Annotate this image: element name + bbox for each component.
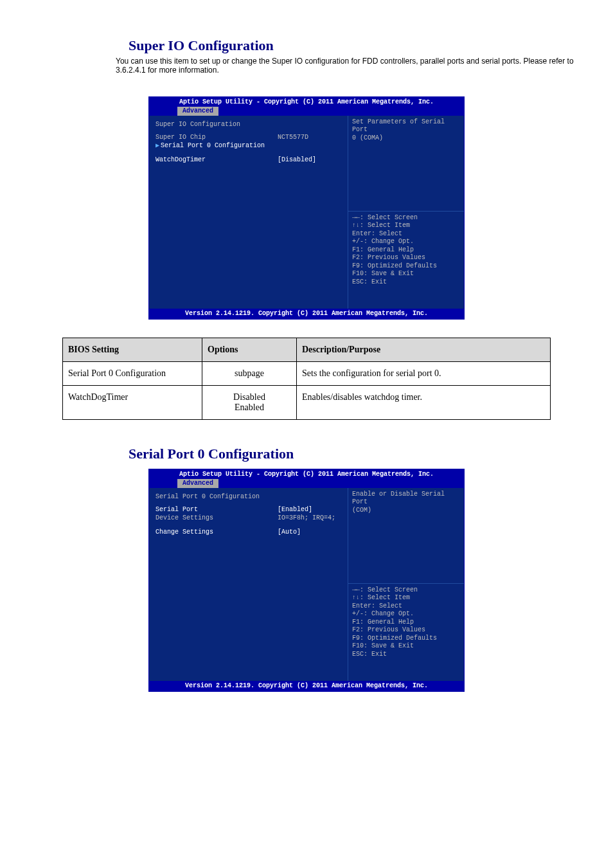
hint-line: +/-: Change Opt. (352, 610, 460, 619)
bios-title-2: Aptio Setup Utility - Copyright (C) 2011… (149, 469, 464, 479)
cell-setting: WatchDogTimer (63, 386, 202, 420)
hint-line: F2: Previous Values (352, 254, 460, 262)
bios-tabrow-2: Advanced (149, 479, 464, 488)
bios-left-pane-2: Serial Port 0 Configuration Serial Port … (149, 488, 348, 681)
bios-options-table: BIOS Setting Options Description/Purpose… (62, 338, 551, 420)
cell-options: subpage (202, 362, 297, 386)
bios-desc-line1: Set Parameters of Serial Port (352, 118, 460, 134)
bios-screenshot-1: Aptio Setup Utility - Copyright (C) 2011… (148, 96, 465, 320)
hint-line: Enter: Select (352, 230, 460, 239)
bios-desc-2: Enable or Disable Serial Port (COM) (348, 488, 464, 583)
bios-hints-2: →←: Select Screen ↑↓: Select Item Enter:… (348, 583, 464, 678)
hint-line: F1: General Help (352, 246, 460, 255)
section-heading-1: Super IO Configuration (129, 37, 574, 54)
hint-line: Enter: Select (352, 602, 460, 611)
th-desc: Description/Purpose (297, 338, 551, 362)
device-settings-label: Device Settings (155, 514, 278, 523)
serial-port-0-config-item[interactable]: Serial Port 0 Configuration (161, 142, 278, 150)
watchdog-timer-value[interactable]: [Disabled] (278, 156, 344, 165)
serial-port-item[interactable]: Serial Port (155, 506, 278, 514)
section-heading-2: Serial Port 0 Configuration (129, 446, 574, 462)
serial-port-value[interactable]: [Enabled] (278, 506, 344, 514)
bios-footer-2: Version 2.14.1219. Copyright (C) 2011 Am… (149, 681, 464, 692)
th-setting: BIOS Setting (63, 338, 202, 362)
bios-tab-advanced-2[interactable]: Advanced (177, 479, 218, 489)
hint-line: F9: Optimized Defaults (352, 262, 460, 271)
bios-footer-1: Version 2.14.1219. Copyright (C) 2011 Am… (149, 309, 464, 320)
bios-desc-line1: Enable or Disable Serial Port (352, 491, 460, 507)
hint-line: F10: Save & Exit (352, 642, 460, 651)
hint-line: F10: Save & Exit (352, 270, 460, 278)
table-row: Serial Port 0 Configuration subpage Sets… (63, 362, 551, 386)
hint-line: →←: Select Screen (352, 586, 460, 595)
hint-line: F9: Optimized Defaults (352, 635, 460, 643)
section-caption-1: You can use this item to set up or chang… (116, 57, 574, 75)
hint-line: +/-: Change Opt. (352, 238, 460, 246)
bios-hints-1: →←: Select Screen ↑↓: Select Item Enter:… (348, 211, 464, 306)
bios-desc-line2: 0 (COMA) (352, 134, 460, 143)
cell-desc: Enables/disables watchdog timer. (297, 386, 551, 420)
bios-tab-advanced[interactable]: Advanced (177, 107, 218, 116)
hint-line: ESC: Exit (352, 651, 460, 659)
bios-row-label: Super IO Chip (155, 134, 278, 142)
bios-desc-line2: (COM) (352, 507, 460, 515)
cell-desc: Sets the configuration for serial port 0… (297, 362, 551, 386)
change-settings-value[interactable]: [Auto] (278, 529, 344, 537)
th-options: Options (202, 338, 297, 362)
watchdog-timer-item[interactable]: WatchDogTimer (155, 156, 278, 165)
hint-line: ESC: Exit (352, 278, 460, 287)
hint-line: ↑↓: Select Item (352, 594, 460, 602)
hint-line: F2: Previous Values (352, 626, 460, 635)
submenu-arrow-icon: ▶ (155, 142, 161, 150)
bios-desc-1: Set Parameters of Serial Port 0 (COMA) (348, 116, 464, 211)
cell-options: Disabled Enabled (202, 386, 297, 420)
bios-title-1: Aptio Setup Utility - Copyright (C) 2011… (149, 97, 464, 107)
bios-screenshot-2: Aptio Setup Utility - Copyright (C) 2011… (148, 469, 465, 692)
device-settings-value: IO=3F8h; IRQ=4; (278, 514, 344, 523)
bios-row-value: NCT5577D (278, 134, 344, 142)
bios-left-header-2: Serial Port 0 Configuration (155, 493, 278, 502)
hint-line: ↑↓: Select Item (352, 222, 460, 230)
bios-tabrow-1: Advanced (149, 107, 464, 116)
hint-line: F1: General Help (352, 619, 460, 627)
bios-left-header-1: Super IO Configuration (155, 121, 278, 129)
hint-line: →←: Select Screen (352, 214, 460, 222)
cell-setting: Serial Port 0 Configuration (63, 362, 202, 386)
table-row: WatchDogTimer Disabled Enabled Enables/d… (63, 386, 551, 420)
change-settings-item[interactable]: Change Settings (155, 529, 278, 537)
bios-left-pane-1: Super IO Configuration Super IO Chip NCT… (149, 116, 348, 309)
